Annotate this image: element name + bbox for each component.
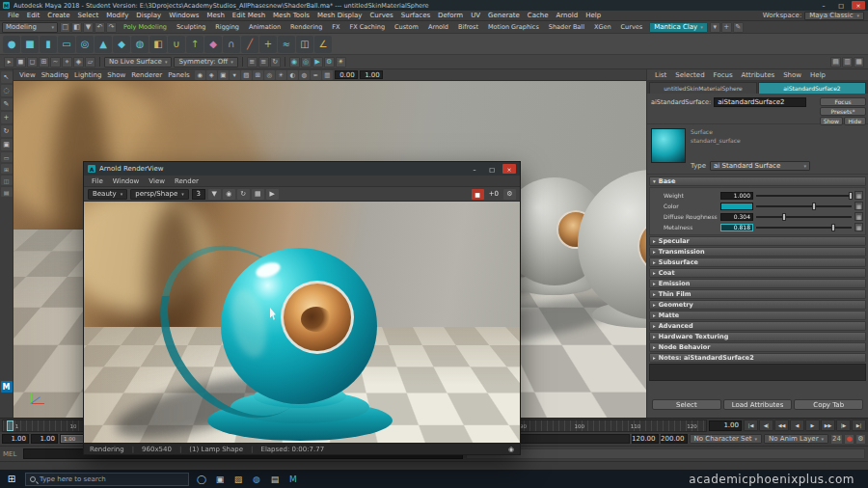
shelf-tab[interactable]: Animation: [244, 23, 285, 31]
stop-render-button[interactable]: ■: [472, 189, 484, 200]
attribute-section-bar[interactable]: Coat: [649, 268, 866, 278]
step-back-button[interactable]: ◀◀: [774, 420, 789, 431]
bridge-icon[interactable]: ∩: [223, 36, 240, 53]
metalness-slider[interactable]: [756, 224, 852, 231]
shelf-tab[interactable]: XGen: [589, 23, 616, 31]
xray-toggle-icon[interactable]: ▥: [322, 70, 333, 80]
lock-camera-icon[interactable]: ◈: [206, 70, 217, 80]
channel-box-toggle-icon[interactable]: ▦: [854, 57, 864, 68]
attribute-section-bar[interactable]: Transmission: [649, 247, 866, 257]
play-backwards-button[interactable]: ◀: [790, 420, 804, 431]
camera-icon[interactable]: ◉: [508, 446, 514, 453]
shelf-editor-icon[interactable]: ✎: [733, 22, 744, 33]
attribute-section-bar[interactable]: Node Behavior: [649, 342, 866, 352]
paint-select-tool-icon[interactable]: ✎: [1, 98, 13, 110]
shelf-tab[interactable]: Rendering: [285, 23, 327, 31]
attribute-editor-menu[interactable]: Help: [810, 71, 826, 79]
file-explorer-icon[interactable]: ▨: [231, 473, 245, 486]
attribute-section-bar[interactable]: Geometry: [649, 300, 866, 310]
notes-textarea[interactable]: [649, 364, 866, 381]
attribute-editor-tab[interactable]: untitledSkinMaterialSphere: [649, 82, 757, 94]
material-swatch[interactable]: [651, 128, 686, 163]
lasso-tool-icon[interactable]: ◌: [1, 85, 13, 96]
save-scene-icon[interactable]: ▼: [83, 22, 94, 33]
anim-layer-dropdown[interactable]: No Anim Layer ▾: [764, 434, 828, 444]
symmetry-dropdown[interactable]: Symmetry: Off ▾: [174, 57, 237, 68]
playback-start-field[interactable]: 1.00: [31, 434, 58, 444]
menu-item[interactable]: Edit: [23, 12, 44, 19]
panel-menu[interactable]: Shading: [39, 71, 71, 79]
boolean-union-icon[interactable]: ◧: [149, 36, 167, 53]
menu-set-dropdown[interactable]: Modeling ▾: [2, 22, 58, 33]
menu-item[interactable]: Arnold: [553, 12, 583, 19]
continue-ipr-icon[interactable]: ▶: [266, 189, 279, 200]
current-time-marker[interactable]: [7, 420, 14, 431]
task-view-icon[interactable]: ▣: [213, 473, 227, 486]
attribute-editor-menu[interactable]: Focus: [714, 71, 733, 79]
select-by-hierarchy-icon[interactable]: ▸: [4, 57, 14, 68]
add-to-shelf-icon[interactable]: +: [721, 22, 732, 33]
smooth-icon[interactable]: ≈: [278, 36, 295, 53]
attribute-section-bar[interactable]: Advanced: [649, 321, 866, 331]
select-by-component-icon[interactable]: ◻: [27, 57, 38, 68]
arnold-minimize-button[interactable]: –: [468, 164, 481, 174]
menu-item[interactable]: UV: [467, 12, 484, 19]
shelf-options-icon[interactable]: ▾: [710, 22, 720, 33]
step-forward-key-button[interactable]: |▶: [836, 420, 851, 431]
four-pane-layout-icon[interactable]: ⊞: [1, 164, 13, 174]
arnold-render-image[interactable]: [84, 202, 520, 443]
menu-item[interactable]: File: [4, 12, 23, 19]
render-current-frame-icon[interactable]: ◉: [289, 57, 300, 68]
arnold-maximize-button[interactable]: □: [485, 164, 499, 174]
oversampling-icon[interactable]: ◎: [264, 70, 275, 80]
footer-button[interactable]: Select: [652, 399, 721, 410]
photos-icon[interactable]: ▤: [268, 473, 282, 486]
shadows-toggle-icon[interactable]: ◐: [287, 70, 298, 80]
metalness-field[interactable]: 0.818: [720, 224, 753, 231]
go-to-end-button[interactable]: ▶|: [852, 420, 866, 431]
cortana-icon[interactable]: ◯: [195, 473, 208, 486]
select-tool-icon[interactable]: ↖: [1, 71, 13, 83]
step-forward-button[interactable]: ▶▶: [821, 420, 835, 431]
menu-item[interactable]: Windows: [165, 12, 203, 19]
attribute-editor-toggle-icon[interactable]: ▤: [830, 57, 841, 68]
two-pane-layout-icon[interactable]: ◫: [1, 176, 13, 185]
aov-dropdown[interactable]: Beauty ▾: [88, 189, 127, 200]
polygon-cylinder-icon[interactable]: ▮: [40, 36, 57, 53]
lighting-toggle-icon[interactable]: ☀: [276, 70, 286, 80]
shelf-tab[interactable]: Rigging: [210, 23, 244, 31]
attribute-section-bar[interactable]: Subsurface: [649, 258, 866, 267]
attribute-section-bar[interactable]: Specular: [649, 236, 866, 246]
playback-end-field[interactable]: 120.00: [632, 434, 659, 444]
select-by-object-icon[interactable]: ◼: [15, 57, 26, 68]
combine-icon[interactable]: ∪: [168, 36, 185, 53]
gain-indicator[interactable]: +0: [487, 190, 501, 198]
polygon-cone-icon[interactable]: ▲: [95, 36, 112, 53]
undo-icon[interactable]: ↶: [95, 22, 105, 33]
focus-button[interactable]: Focus: [820, 97, 866, 106]
menu-item[interactable]: Mesh: [203, 12, 228, 19]
menu-item[interactable]: Curves: [366, 12, 396, 19]
arnold-menu-item[interactable]: Window: [109, 177, 144, 185]
panel-menu[interactable]: Renderer: [128, 71, 165, 79]
weight-field[interactable]: 1.000: [720, 192, 753, 200]
maya-taskbar-icon[interactable]: M: [286, 473, 300, 486]
shelf-tab[interactable]: Motion Graphics: [483, 23, 544, 31]
menu-item[interactable]: Display: [132, 12, 165, 19]
attribute-section-bar[interactable]: Hardware Texturing: [649, 332, 866, 341]
scale-tool-icon[interactable]: ▣: [1, 139, 13, 150]
shelf-tab[interactable]: Poly Modeling: [119, 23, 172, 31]
panel-menu[interactable]: Lighting: [71, 71, 104, 79]
bookmarks-icon[interactable]: ▾: [230, 70, 240, 80]
open-scene-icon[interactable]: ◧: [71, 22, 82, 33]
node-name-field[interactable]: aiStandardSurface2: [714, 97, 806, 107]
ipr-render-icon[interactable]: ◎: [301, 57, 312, 68]
arnold-close-button[interactable]: ×: [502, 164, 516, 174]
rotate-tool-icon[interactable]: ↻: [1, 125, 13, 137]
shelf-tab[interactable]: Bifrost: [453, 23, 483, 31]
iterations-field[interactable]: 3: [192, 189, 205, 200]
color-slider-handle[interactable]: [812, 203, 816, 210]
gamma-field[interactable]: 1.00: [360, 70, 383, 79]
menu-item[interactable]: Modify: [102, 12, 132, 19]
single-pane-layout-icon[interactable]: ▭: [1, 152, 13, 162]
